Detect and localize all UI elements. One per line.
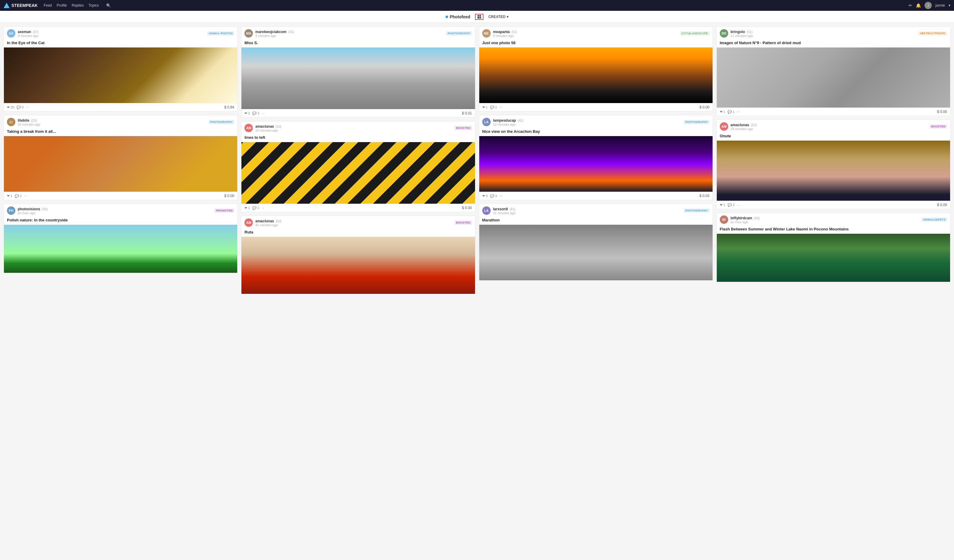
card-title[interactable]: Nice view on the Arcachon Bay (479, 128, 712, 136)
post-price: $ 0.84 (224, 105, 234, 109)
card-badge[interactable]: PHOTOGRAPHY (446, 31, 472, 36)
card-avatar[interactable]: AM (245, 124, 253, 132)
card-title[interactable]: Just one photo 56 (479, 39, 712, 47)
like-button[interactable]: ❤ 20 (7, 106, 14, 109)
more-button[interactable]: ··· (737, 203, 740, 207)
card-image[interactable] (717, 234, 950, 282)
comment-button[interactable]: 💬 2 (252, 112, 259, 115)
more-button[interactable]: ··· (26, 106, 28, 109)
card-avatar[interactable]: ME (482, 29, 491, 37)
card-title[interactable]: Flash Between Summer and Winter Lake Nao… (717, 226, 950, 234)
nav-replies[interactable]: Replies (72, 3, 84, 8)
card-image[interactable] (4, 47, 237, 103)
card-title[interactable]: Taking a break from it all... (4, 128, 237, 136)
more-button[interactable]: ··· (262, 112, 265, 115)
card-badge[interactable]: ANIMALS&PETS (921, 218, 947, 222)
card-image[interactable] (479, 136, 712, 192)
card-avatar[interactable]: AM (245, 218, 253, 227)
card-username[interactable]: axeman (67) (18, 30, 205, 34)
card-title[interactable]: Images of Nature N°9 - Pattern of dried … (717, 39, 950, 47)
like-button[interactable]: ❤ 1 (7, 194, 12, 198)
card-image[interactable] (717, 141, 950, 201)
card-avatar[interactable]: PH (7, 206, 16, 215)
comment-button[interactable]: 💬 2 (490, 106, 497, 109)
card-badge[interactable]: PHOTOGRAPHY (209, 120, 234, 124)
card-username[interactable]: photovisions (59) (18, 207, 212, 211)
card-avatar[interactable]: MA (245, 29, 253, 37)
comment-button[interactable]: 💬 1 (252, 206, 259, 210)
card-avatar[interactable]: AM (720, 122, 728, 131)
username-label[interactable]: jannie (935, 3, 945, 8)
card-title[interactable]: Marathon (479, 216, 712, 225)
bell-icon[interactable]: 🔔 (916, 3, 921, 8)
like-button[interactable]: ❤ 3 (482, 194, 488, 198)
card-badge[interactable]: ABSTRACTPHOTO (918, 31, 947, 36)
card-username[interactable]: lampesducap (42) (493, 118, 681, 123)
card-badge[interactable]: PROMOTED (214, 208, 234, 213)
card-username[interactable]: biffybirdcam (56) (731, 216, 919, 220)
comment-button[interactable]: 💬 2 (728, 203, 734, 207)
card-badge[interactable]: ANIMAL PHOTOS (207, 31, 234, 36)
card-badge[interactable]: BOOSTED (455, 126, 472, 130)
card-image[interactable] (4, 225, 237, 273)
logo[interactable]: STEEMPEAK (4, 3, 37, 8)
card-badge[interactable]: BOOSTED (455, 221, 472, 225)
card-username[interactable]: amaclunas (53) (731, 123, 928, 127)
nav-profile[interactable]: Profile (56, 3, 67, 8)
like-button[interactable]: ❤ 1 (245, 206, 250, 210)
card-image[interactable] (717, 47, 950, 107)
sort-created-button[interactable]: CREATED ▾ (488, 15, 508, 19)
card-avatar[interactable]: BR (720, 29, 728, 37)
comment-button[interactable]: 💬 0 (17, 106, 23, 109)
card-title[interactable]: Miss S. (242, 39, 475, 47)
card-title[interactable]: Onute (717, 132, 950, 141)
card-avatar[interactable]: BI (720, 215, 728, 224)
card-username[interactable]: marekwojciakcom (53) (255, 30, 444, 34)
card-username[interactable]: amaclunas (53) (255, 124, 452, 129)
comment-button[interactable]: 💬 3 (490, 194, 497, 198)
card-title[interactable]: lines to left (242, 134, 475, 142)
card-image[interactable] (242, 47, 475, 109)
nav-topics[interactable]: Topics (89, 3, 99, 8)
card-image[interactable] (4, 136, 237, 192)
like-button[interactable]: ❤ 1 (720, 110, 725, 114)
more-button[interactable]: ··· (24, 194, 27, 198)
card-image[interactable] (479, 47, 712, 103)
card-image[interactable] (242, 237, 475, 294)
search-icon[interactable]: 🔍 (106, 3, 111, 8)
nav-feed[interactable]: Feed (44, 3, 52, 8)
card-username[interactable]: meapanta (51) (493, 30, 678, 34)
card-title[interactable]: Ruta (242, 229, 475, 237)
like-button[interactable]: ❤ 2 (245, 112, 250, 115)
chevron-down-icon[interactable]: ▾ (949, 3, 950, 8)
card-avatar[interactable]: LI (7, 118, 16, 126)
more-button[interactable]: ··· (499, 194, 502, 198)
more-button[interactable]: ··· (499, 106, 502, 109)
card-username[interactable]: larsson9 (41) (493, 207, 681, 211)
more-button[interactable]: ··· (737, 110, 740, 114)
card-footer: ❤ 1 💬 1 ··· $ 0.00 (717, 107, 950, 116)
like-button[interactable]: ❤ 1 (720, 203, 725, 207)
card-badge[interactable]: CITY&LANDSCAPE (680, 31, 709, 36)
comment-button[interactable]: 💬 1 (728, 110, 734, 114)
card-image[interactable] (242, 142, 475, 204)
card-title[interactable]: In the Eye of the Cat (4, 39, 237, 47)
edit-icon[interactable]: ✏ (909, 3, 912, 8)
grid-toggle-button[interactable] (475, 14, 483, 20)
card-badge[interactable]: PHOTOGRAPHY (684, 120, 709, 124)
more-button[interactable]: ··· (262, 206, 265, 210)
comment-button[interactable]: 💬 2 (15, 194, 22, 198)
card-avatar[interactable]: AX (7, 29, 16, 37)
user-avatar[interactable]: J (924, 2, 932, 9)
card-avatar[interactable]: LA (482, 118, 491, 126)
card-badge[interactable]: BOOSTED (930, 124, 947, 129)
card-username[interactable]: amaclunas (53) (255, 219, 452, 223)
card-badge[interactable]: PHOTOGRAPHY (684, 208, 709, 213)
card-username[interactable]: bringolo (51) (731, 30, 916, 34)
card-image[interactable] (479, 225, 712, 280)
card-title[interactable]: Polish nature: In the countryside (4, 216, 237, 225)
card-username[interactable]: litebite (25) (18, 118, 206, 123)
like-button[interactable]: ❤ 1 (482, 106, 488, 109)
card-avatar[interactable]: LA (482, 206, 491, 215)
card-header: LA lampesducap (42) 12 minutes ago PHOTO… (479, 115, 712, 128)
